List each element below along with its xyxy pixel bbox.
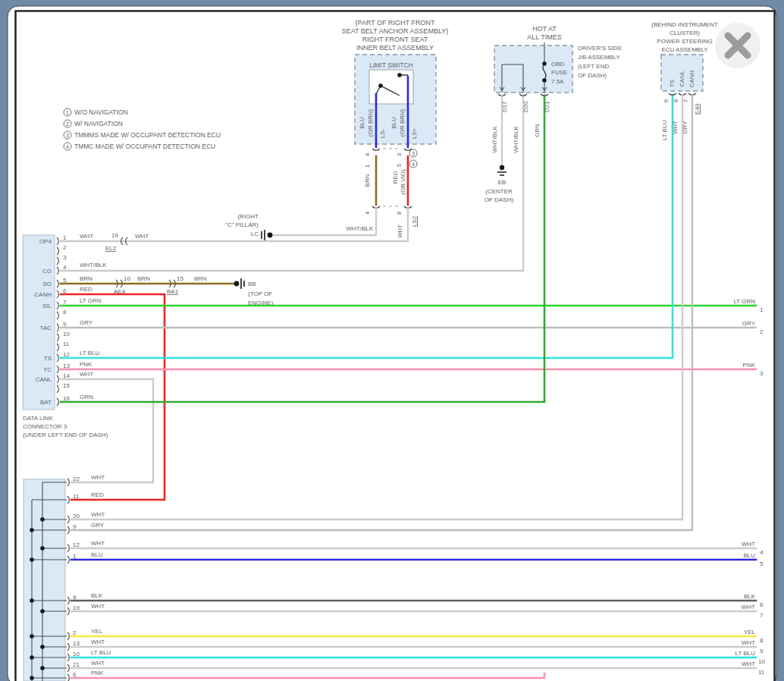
splice-pin-number: 19 — [111, 232, 118, 239]
wiring-diagram-canvas: 1 W/O NAVIGATION 2 W/ NAVIGATION 3 TMMMS… — [0, 0, 784, 681]
wire-color-label: WHT/BLK — [346, 225, 373, 232]
note-ref: 3 — [66, 133, 69, 138]
wire-color-label: WHT — [80, 371, 93, 378]
note-ref: 1 — [66, 110, 69, 115]
pin-number: 1 — [364, 164, 371, 168]
pin-number: 10 — [73, 651, 80, 657]
pin-number: 11 — [63, 340, 70, 347]
wire-color-label: WHT — [91, 540, 105, 547]
pin-number: 4 — [364, 211, 371, 215]
splice-pin-number: 15 — [177, 275, 183, 282]
note-text: W/ NAVIGATION — [74, 120, 123, 127]
terminal-name: TS — [44, 355, 52, 362]
signal-label-ls-plus: LS+ — [411, 127, 418, 139]
terminal-name: CG — [42, 268, 52, 275]
close-button[interactable] — [715, 23, 760, 68]
wire-color-label: PNK — [80, 361, 93, 368]
ecu-label-line: ECU ASSEMBLY — [661, 46, 708, 53]
ground-label-line: (RIGHT — [237, 213, 259, 220]
pin-number: 13 — [63, 362, 70, 369]
wire-color-label: RED — [91, 491, 104, 498]
pin-number: 1 — [63, 234, 67, 241]
pin-id: D20 — [522, 101, 529, 112]
wire-color-label: WHT/BLK — [491, 126, 498, 153]
wire-color-label: BLU — [359, 117, 365, 129]
ref-number: 8 — [760, 637, 764, 644]
note-ref: 2 — [66, 121, 69, 127]
pin-number: 15 — [63, 382, 70, 389]
note-text: TMMMS MADE W/ OCCUPANT DETECTION ECU — [74, 131, 221, 139]
dlc3-title-line: DATA LINK — [23, 415, 53, 422]
splice-pin-number: 10 — [124, 275, 130, 282]
pin-number: 22 — [73, 475, 80, 482]
pin-number: 6 — [63, 287, 67, 294]
terminal-name: CANL — [36, 376, 52, 383]
ref-wire-label: PNK — [743, 362, 756, 369]
wire-color-label: YEL — [91, 628, 103, 635]
note-ref: 4 — [412, 162, 415, 167]
wire-color-label: (OR VIO) — [400, 169, 406, 195]
pin-number: 19 — [73, 604, 80, 611]
wire-color-label: LT BLU — [661, 121, 668, 141]
jb-label-line: OF DASH) — [578, 72, 607, 79]
pin-number: 16 — [63, 395, 70, 402]
signal-label-ls-minus: LS- — [379, 128, 386, 138]
wire-color-label: RED — [392, 171, 399, 184]
pin-number: 10 — [63, 331, 70, 337]
ref-wire-label: WHT — [742, 604, 755, 610]
terminal-name: SIL — [42, 303, 52, 309]
wire-color-label: BLK — [91, 592, 103, 599]
junction-box — [24, 479, 65, 681]
assembly-caption-line: SEAT BELT ANCHOR ASSEMBLY) — [342, 27, 449, 35]
pin-number: 7 — [682, 99, 689, 102]
pin-number: 7 — [63, 299, 67, 306]
wire-color-label: WHT — [91, 603, 105, 610]
wire-color-label: BLU — [390, 117, 397, 129]
ref-wire-label: YEL — [744, 629, 756, 635]
pin-number: 6 — [73, 671, 77, 678]
terminal-name: CANH — [34, 291, 52, 298]
wire-color-label: GRN — [80, 394, 93, 400]
ground-label-line: LC — [251, 231, 259, 237]
ref-number: 3 — [760, 370, 764, 377]
ground-name: BB — [248, 281, 256, 287]
terminal-name: CANL — [679, 71, 685, 87]
terminal-name: BAT — [40, 399, 52, 406]
pin-number: 6 — [663, 99, 670, 102]
pin-number: 12 — [63, 351, 70, 358]
ground-label-line: (CENTER — [485, 188, 513, 195]
assembly-caption-line: (PART OF RIGHT FRONT — [356, 19, 435, 27]
ref-wire-label: LT GRN — [733, 298, 755, 305]
wire-color-label: WHT — [397, 224, 403, 238]
wire-color-label: WHT/BLK — [80, 262, 107, 268]
fuse-terminal-dot — [542, 78, 547, 83]
wire-color-label: WHT — [135, 233, 149, 240]
pin-number: 4 — [364, 152, 371, 156]
pin-number: 11 — [73, 493, 80, 500]
ecu-label-line: (BEHIND INSTRUMENT — [651, 21, 718, 28]
ref-number: 6 — [760, 601, 764, 608]
ref-number: 10 — [758, 658, 765, 665]
wire-color-label: WHT — [91, 660, 105, 667]
pin-number: 8 — [73, 594, 77, 601]
ref-number: 4 — [760, 549, 764, 556]
terminal-name: SG — [42, 281, 52, 287]
ground-label-line: OF DASH) — [485, 196, 514, 203]
connector-code: BA1 — [167, 288, 179, 295]
ref-wire-label: WHT — [742, 639, 755, 646]
wire-color-label: LT GRN — [80, 297, 102, 304]
wire-color-label: GRN — [534, 124, 541, 137]
wire-color-label: RED — [80, 286, 93, 293]
pin-number: 21 — [73, 661, 80, 668]
ref-number: 9 — [760, 648, 764, 654]
note-text: W/O NAVIGATION — [74, 108, 128, 116]
connector-code: LS2 — [411, 215, 418, 227]
assembly-caption-line: INNER BELT ASSEMBLY — [356, 44, 434, 52]
wire-color-label: LT BLU — [80, 350, 100, 356]
terminal-name: OP4 — [39, 238, 52, 245]
wire-color-label: WHT — [91, 474, 105, 481]
note-ref: 4 — [66, 144, 69, 149]
ref-number: 11 — [758, 669, 765, 676]
fuse-terminal-dot — [542, 61, 547, 66]
pin-number: 20 — [73, 513, 80, 519]
